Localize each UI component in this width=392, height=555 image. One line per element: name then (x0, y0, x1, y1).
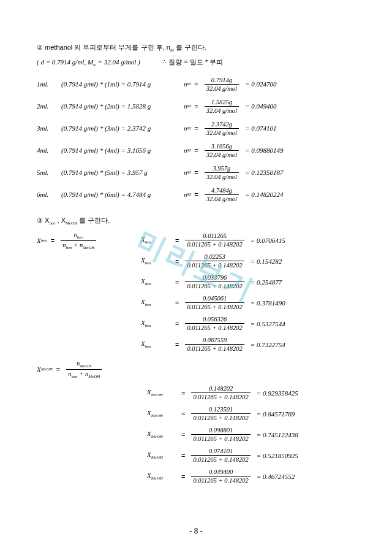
frac-num: 1.5825g (209, 99, 234, 105)
def2-d1s: ben (71, 374, 77, 379)
n-sub: M (187, 104, 191, 109)
def-xmeoh: XMeOH = nMeOH nben + nMeOH (37, 360, 355, 379)
mass-expr: (0.7914 g/ml) * (3ml) = 2.3742 g (61, 124, 184, 132)
def2-nums: MeOH (80, 364, 91, 369)
xmeoh-row: XMeOH=0.1482020.011265 + 0.148202 = 0.92… (147, 384, 355, 402)
xmeoh-eq: = (181, 410, 185, 418)
xmeoh-row: XMeOH=0.1235010.011265 + 0.148202 = 0.84… (147, 405, 355, 423)
def1-eq: = (51, 237, 55, 244)
xmeoh-den: 0.011265 + 0.148202 (191, 394, 250, 400)
def1-frac: nben nben + nMeOH (61, 231, 96, 250)
n-result: = 0.049400 (245, 102, 276, 110)
xben-res: = 0.0706415 (251, 237, 285, 244)
n-sub: M (187, 126, 191, 131)
xben-row: Xben=0.0563260.011265 + 0.148202 = 0.532… (141, 315, 355, 333)
n-eq: = (194, 102, 198, 110)
xben-row: Xben=0.0450610.011265 + 0.148202 = 0.378… (141, 294, 355, 312)
xben-label: Xben (141, 235, 172, 245)
xmeoh-row: XMeOH=0.0494000.011265 + 0.148202 = 0.46… (147, 467, 355, 486)
page: 미리보기 ② methanol 의 부피로부터 무게를 구한 후, nM 를 구… (0, 0, 392, 555)
xben-den: 0.011265 + 0.148202 (185, 241, 244, 248)
mass-expr: (0.7914 g/ml) * (4ml) = 3.1656 g (61, 147, 184, 154)
xben-calcs: Xben=0.0112650.011265 + 0.148202 = 0.070… (141, 231, 355, 356)
frac-den: 32.04 g/mol (205, 107, 239, 114)
def1-ls: ben (41, 238, 47, 243)
n-expr: nM=3.957g32.04 g/mol = 0.12350187 (184, 165, 283, 180)
n-result: = 0.14820224 (245, 191, 283, 198)
n-frac: 3.957g32.04 g/mol (205, 165, 239, 180)
def2-d2s: MeOH (88, 374, 100, 379)
page-number: - 8 - (0, 527, 392, 535)
n-result: = 0.024700 (245, 80, 276, 88)
xmeoh-label: XMeOH (147, 472, 178, 481)
frac-den: 32.04 g/mol (205, 151, 239, 158)
frac-num: 0.7914g (209, 77, 234, 83)
xmeoh-eq: = (181, 431, 185, 438)
def1-p: + (72, 242, 80, 248)
mass-row: 2ml.(0.7914 g/ml) * (2ml) = 1.5828 gnM=1… (37, 98, 355, 114)
xmeoh-eq: = (181, 452, 185, 459)
mass-expr: (0.7914 g/ml) * (2ml) = 1.5828 g (61, 102, 184, 110)
xben-frac: 0.0112650.011265 + 0.148202 (185, 232, 244, 248)
def1-d1s: ben (66, 245, 72, 250)
xben-res: = 0.5327544 (251, 320, 285, 327)
mass-row: 3ml.(0.7914 g/ml) * (3ml) = 2.3742 gnM=2… (37, 120, 355, 136)
xben-label: Xben (141, 277, 172, 286)
xben-row: Xben=0.0337960.011265 + 0.148202 = 0.254… (141, 273, 355, 291)
xben-frac: 0.0675590.011265 + 0.148202 (185, 337, 244, 352)
xben-label: Xben (141, 256, 172, 266)
xmeoh-den: 0.011265 + 0.148202 (191, 477, 250, 484)
xben-res: = 0.254877 (251, 278, 282, 286)
n-expr: nM=1.5825g32.04 g/mol = 0.049400 (184, 99, 276, 114)
mass-row: 4ml.(0.7914 g/ml) * (4ml) = 3.1656 gnM=3… (37, 142, 355, 158)
xmeoh-den: 0.011265 + 0.148202 (191, 435, 250, 442)
n-frac: 3.1656g32.04 g/mol (205, 143, 239, 158)
xben-den: 0.011265 + 0.148202 (185, 262, 244, 269)
xben-frac: 0.0337960.011265 + 0.148202 (185, 274, 244, 289)
n-frac: 1.5825g32.04 g/mol (205, 99, 239, 114)
xmeoh-frac: 0.0494000.011265 + 0.148202 (191, 469, 250, 484)
params-right: ∴ 질량 = 밀도 * 부피 (162, 58, 223, 66)
s3t-m: , X (56, 216, 66, 224)
frac-den: 32.04 g/mol (205, 85, 239, 92)
vol-label: 2ml. (37, 102, 61, 110)
xmeoh-res: = 0.745122438 (257, 431, 298, 438)
section3-title: ③ Xben , XMeOH 를 구한다. (37, 216, 355, 226)
xben-eq: = (175, 341, 179, 348)
xmeoh-res: = 0.84571769 (257, 410, 295, 418)
frac-den: 32.04 g/mol (205, 129, 239, 136)
xmeoh-frac: 0.1235010.011265 + 0.148202 (191, 406, 250, 421)
xben-row: Xben=0.0675590.011265 + 0.148202 = 0.732… (141, 335, 355, 354)
xmeoh-frac: 0.0741010.011265 + 0.148202 (191, 448, 250, 463)
vol-label: 5ml. (37, 169, 61, 176)
s2-title-a: ② methanol 의 부피로부터 무게를 구한 후, n (37, 44, 170, 51)
s3t-a: ③ X (37, 216, 49, 224)
mass-expr: (0.7914 g/ml) * (1ml) = 0.7914 g (61, 80, 184, 88)
xben-eq: = (175, 258, 179, 265)
section2-title: ② methanol 의 부피로부터 무게를 구한 후, nM 를 구한다. (37, 43, 355, 53)
mass-expr: (0.7914 g/ml) * (6ml) = 4.7484 g (61, 191, 184, 198)
xmeoh-res: = 0.929358425 (257, 389, 298, 397)
xmeoh-label: XMeOH (147, 430, 178, 439)
s3t-t: 를 구한다. (77, 216, 110, 224)
xben-den: 0.011265 + 0.148202 (185, 283, 244, 289)
n-sub: M (187, 170, 191, 175)
xmeoh-num: 0.098801 (207, 427, 235, 434)
n-expr: nM=0.7914g32.04 g/mol = 0.024700 (184, 77, 276, 92)
xben-num: 0.056326 (201, 316, 228, 323)
xmeoh-frac: 0.0988010.011265 + 0.148202 (191, 427, 250, 442)
vol-label: 6ml. (37, 191, 61, 198)
def2-eq: = (56, 366, 60, 373)
xben-den: 0.011265 + 0.148202 (185, 345, 244, 352)
xben-den: 0.011265 + 0.148202 (185, 304, 244, 310)
xben-num: 0.011265 (201, 232, 228, 239)
xmeoh-label: XMeOH (147, 409, 178, 418)
xmeoh-den: 0.011265 + 0.148202 (191, 415, 250, 421)
xben-res: = 0.7322754 (251, 341, 285, 348)
def-xben: Xben = nben nben + nMeOH (37, 231, 141, 250)
xmeoh-calcs: XMeOH=0.1482020.011265 + 0.148202 = 0.92… (147, 384, 355, 486)
n-result: = 0.09880149 (245, 147, 283, 154)
section3: ③ Xben , XMeOH 를 구한다. Xben = nben nben +… (37, 216, 355, 485)
xmeoh-row: XMeOH=0.0988010.011265 + 0.148202 = 0.74… (147, 426, 355, 444)
mass-row: 6ml.(0.7914 g/ml) * (6ml) = 4.7484 gnM=4… (37, 186, 355, 202)
